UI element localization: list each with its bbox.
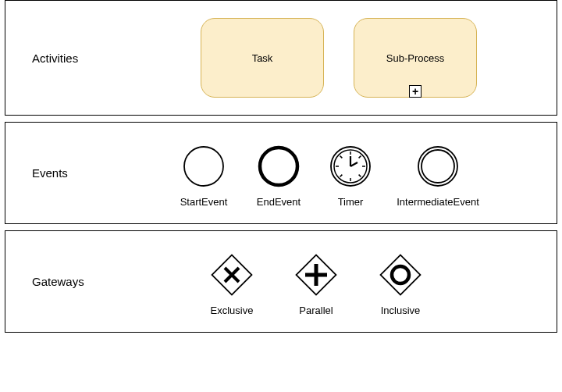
section-activities: Activities Task Sub-Process + <box>5 0 557 116</box>
expand-icon: + <box>409 85 422 98</box>
start-event: StartEvent <box>169 144 238 208</box>
svg-point-23 <box>392 266 409 283</box>
start-event-icon <box>182 144 226 188</box>
svg-line-8 <box>340 156 343 159</box>
events-content: StartEvent EndEvent <box>123 123 557 223</box>
svg-point-0 <box>184 147 223 186</box>
end-event-icon <box>257 144 301 188</box>
svg-line-10 <box>340 175 343 177</box>
activities-content: Task Sub-Process + <box>123 1 557 115</box>
start-event-label: StartEvent <box>180 196 228 208</box>
inclusive-gateway: Inclusive <box>361 253 439 316</box>
section-events: Events StartEvent EndEvent <box>5 122 557 224</box>
section-label-activities: Activities <box>5 52 123 65</box>
gateways-row: Exclusive Parallel <box>193 253 439 316</box>
svg-line-9 <box>359 175 361 177</box>
intermediate-event: IntermediateEvent <box>388 144 488 208</box>
exclusive-gateway-label: Exclusive <box>211 305 254 316</box>
task-label: Task <box>252 52 273 64</box>
svg-point-1 <box>260 148 297 185</box>
subprocess-label: Sub-Process <box>386 52 444 64</box>
intermediate-event-label: IntermediateEvent <box>397 196 479 208</box>
parallel-gateway-label: Parallel <box>299 305 333 316</box>
end-event: EndEvent <box>244 144 313 208</box>
section-label-gateways: Gateways <box>5 275 123 288</box>
exclusive-gateway: Exclusive <box>193 253 271 316</box>
timer-event-icon <box>329 144 372 188</box>
task-node: Task <box>201 18 324 98</box>
section-gateways: Gateways Exclusive <box>5 230 557 333</box>
inclusive-gateway-icon <box>379 253 422 297</box>
svg-line-11 <box>359 156 361 159</box>
parallel-gateway: Parallel <box>277 253 355 316</box>
timer-event-label: Timer <box>338 196 364 208</box>
timer-event: Timer <box>319 144 382 208</box>
svg-point-14 <box>418 147 457 186</box>
parallel-gateway-icon <box>294 253 338 297</box>
svg-point-15 <box>422 150 454 183</box>
exclusive-gateway-icon <box>210 253 254 297</box>
events-row: StartEvent EndEvent <box>169 144 488 208</box>
subprocess-node: Sub-Process + <box>354 18 477 98</box>
section-label-events: Events <box>5 166 123 180</box>
intermediate-event-icon <box>416 144 460 188</box>
svg-line-13 <box>350 162 357 166</box>
inclusive-gateway-label: Inclusive <box>381 305 421 316</box>
svg-rect-22 <box>381 255 421 295</box>
gateways-content: Exclusive Parallel <box>123 231 557 332</box>
end-event-label: EndEvent <box>257 196 301 208</box>
